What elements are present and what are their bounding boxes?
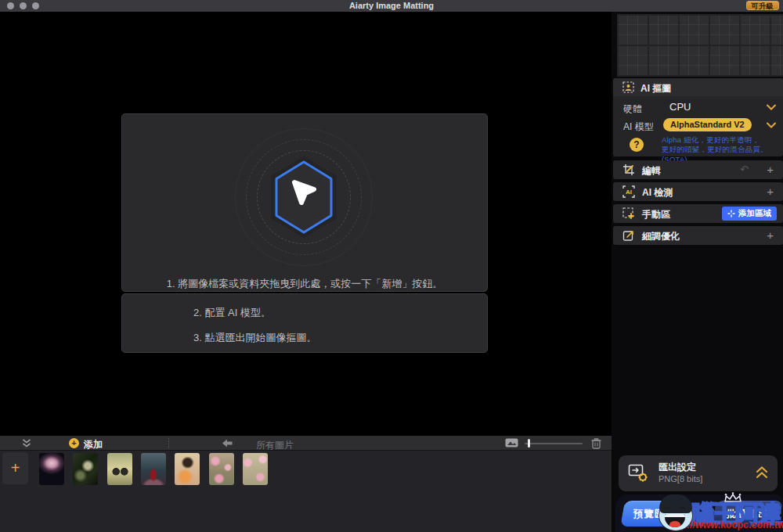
title-bar: Aiarty Image Matting 可升級 bbox=[0, 0, 783, 12]
instruction-step-2: 2. 配置 AI 模型。 bbox=[193, 306, 271, 320]
app-window: Aiarty Image Matting 可升級 1. 將圖像檔案或資料夾拖曳到… bbox=[0, 0, 783, 532]
section-ai-detect-label: AI 檢測 bbox=[642, 186, 673, 200]
manual-region-icon bbox=[622, 207, 635, 220]
image-list-panel: + 添加 所有圖片 bbox=[0, 436, 612, 532]
add-image-tile[interactable]: + bbox=[2, 452, 28, 484]
hardware-select-value[interactable]: CPU bbox=[669, 101, 691, 113]
section-manual-region-label: 手動區 bbox=[642, 208, 670, 221]
add-images-label: 添加 bbox=[84, 438, 103, 451]
ai-matting-header[interactable]: AI 摳圖 bbox=[613, 78, 783, 96]
thumbnail-dark-forest-figure[interactable] bbox=[73, 453, 98, 485]
main-canvas: 1. 將圖像檔案或資料夾拖曳到此處，或按一下「新增」按鈕。 2. 配置 AI 模… bbox=[0, 12, 612, 436]
thumbnail-bicycle[interactable] bbox=[107, 453, 132, 485]
ai-matting-panel: AI 摳圖 硬體 CPU AI 模型 AlphaStandard V2 ? Al… bbox=[613, 78, 783, 156]
window-title: Aiarty Image Matting bbox=[0, 1, 783, 10]
thumbnail-woman-peach-bouquet[interactable] bbox=[175, 453, 200, 485]
zoom-slider[interactable] bbox=[525, 443, 583, 444]
refine-icon bbox=[622, 229, 635, 242]
thumbnail-jellyfish[interactable] bbox=[39, 453, 64, 485]
undo-icon[interactable]: ↶ bbox=[740, 164, 749, 175]
model-chevron-down-icon[interactable] bbox=[767, 122, 776, 128]
model-label: AI 模型 bbox=[623, 120, 654, 134]
batch-export-label: 批量匯出 bbox=[726, 508, 768, 521]
crop-edit-icon bbox=[622, 164, 635, 176]
ai-detect-icon: AI bbox=[622, 185, 635, 198]
thumbnail-woman-pink-flowers[interactable] bbox=[243, 453, 268, 485]
add-region-button[interactable]: 添加區域 bbox=[722, 207, 777, 221]
toolbar-divider bbox=[168, 438, 169, 448]
premium-crown-icon bbox=[722, 492, 744, 503]
preview-export-label: 預覽匯出 bbox=[633, 508, 676, 521]
collapse-panel-icon[interactable] bbox=[22, 439, 31, 448]
svg-text:AI: AI bbox=[626, 189, 632, 196]
export-settings-title: 匯出設定 bbox=[659, 461, 696, 474]
section-refine[interactable]: 細調優化 + bbox=[613, 226, 783, 245]
trash-icon[interactable] bbox=[591, 437, 601, 449]
instruction-step-1: 1. 將圖像檔案或資料夾拖曳到此處，或按一下「新增」按鈕。 bbox=[121, 277, 488, 291]
section-edit[interactable]: 編輯 ↶ + bbox=[613, 160, 783, 179]
export-settings-panel[interactable]: 匯出設定 PNG[8 bits] bbox=[619, 455, 778, 491]
instruction-step-3: 3. 點選匯出開始圖像摳圖。 bbox=[193, 331, 316, 345]
export-settings-icon bbox=[628, 464, 649, 482]
add-region-label: 添加區域 bbox=[738, 208, 771, 219]
collapse-chevron-up-icon[interactable] bbox=[756, 466, 767, 479]
upgrade-button[interactable]: 可升級 bbox=[746, 1, 780, 10]
model-help-icon[interactable]: ? bbox=[630, 138, 644, 152]
back-arrow-icon[interactable] bbox=[222, 439, 233, 448]
batch-export-button[interactable]: 批量匯出 bbox=[712, 501, 783, 527]
thumbnail-woman-rose-garden[interactable] bbox=[209, 453, 234, 485]
transparency-grid-preview bbox=[617, 14, 783, 77]
ai-matting-title: AI 摳圖 bbox=[640, 82, 671, 95]
preview-export-button[interactable]: 預覽匯出 bbox=[620, 501, 689, 527]
section-edit-label: 編輯 bbox=[642, 164, 661, 178]
expand-refine-icon[interactable]: + bbox=[767, 228, 774, 242]
crosshair-plus-icon bbox=[727, 210, 735, 217]
thumbnail-size-icon bbox=[505, 438, 518, 448]
export-format-value: PNG[8 bits] bbox=[659, 474, 702, 483]
section-refine-label: 細調優化 bbox=[642, 230, 680, 243]
thumbnail-woman-red-dress[interactable] bbox=[141, 453, 166, 485]
right-sidebar: AI 摳圖 硬體 CPU AI 模型 AlphaStandard V2 ? Al… bbox=[612, 12, 783, 532]
model-select-value[interactable]: AlphaStandard V2 bbox=[663, 118, 752, 131]
image-list-toolbar: + 添加 所有圖片 bbox=[0, 436, 612, 451]
expand-ai-detect-icon[interactable]: + bbox=[767, 185, 774, 198]
zoom-slider-handle[interactable] bbox=[528, 439, 530, 448]
drop-hexagon-cursor-icon[interactable] bbox=[266, 155, 341, 239]
section-manual-region[interactable]: 手動區 添加區域 bbox=[613, 204, 783, 223]
add-images-button[interactable]: + bbox=[69, 438, 79, 448]
filter-all-images-label: 所有圖片 bbox=[256, 439, 294, 452]
ai-matting-icon bbox=[622, 81, 634, 93]
export-actions-box: 預覽匯出 批量匯出 bbox=[615, 494, 783, 532]
hardware-chevron-down-icon[interactable] bbox=[767, 104, 776, 110]
section-ai-detect[interactable]: AI AI 檢測 + bbox=[613, 182, 783, 201]
hardware-label: 硬體 bbox=[623, 102, 642, 116]
expand-edit-icon[interactable]: + bbox=[767, 163, 774, 176]
